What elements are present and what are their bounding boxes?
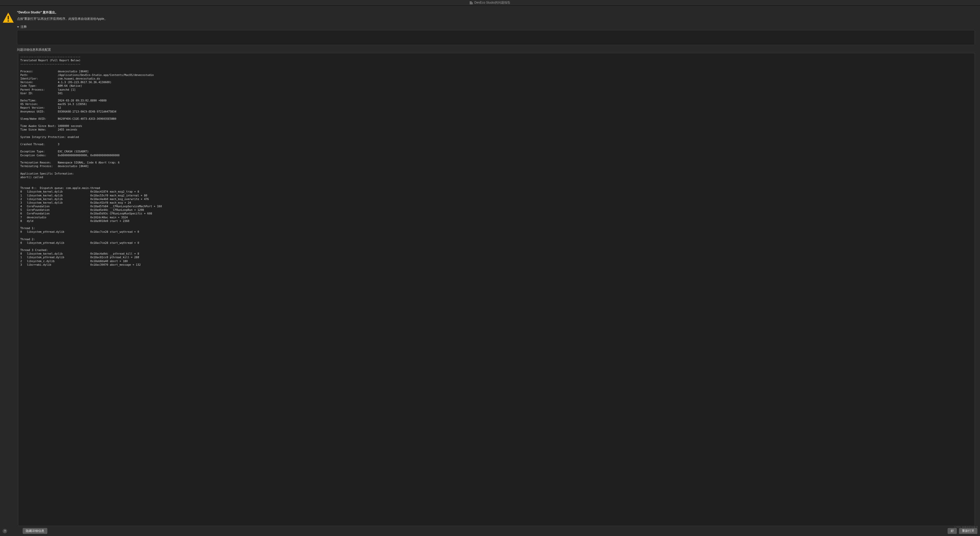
document-icon: [470, 1, 473, 4]
svg-rect-0: [8, 16, 9, 19]
reopen-button[interactable]: 重新打开: [959, 528, 977, 534]
dialog-footer: ? 隐藏详细信息 好 重新打开: [0, 526, 980, 536]
window-title: DevEco Studio的问题报告: [474, 0, 510, 5]
help-button[interactable]: ?: [3, 529, 7, 533]
comments-disclosure[interactable]: 注释: [17, 25, 975, 29]
details-label: 问题详细信息和系统配置: [17, 48, 975, 52]
watermark-text: CSDN @移动安全星球: [955, 525, 978, 529]
dialog-heading: “DevEco Studio” 意外退出。: [17, 10, 975, 15]
warning-icon: [2, 12, 14, 24]
window-titlebar: DevEco Studio的问题报告: [0, 0, 980, 6]
ok-button[interactable]: 好: [948, 528, 957, 534]
chevron-down-icon: [17, 26, 19, 28]
comments-textarea[interactable]: [17, 30, 975, 45]
svg-point-1: [8, 20, 9, 22]
hide-details-button[interactable]: 隐藏详细信息: [23, 528, 47, 534]
comments-label: 注释: [21, 25, 27, 29]
dialog-subtext: 点按“重新打开”以再次打开应用程序。此报告将自动发送给Apple。: [17, 17, 975, 21]
crash-report-text[interactable]: ------------------------------------- Tr…: [18, 53, 975, 526]
